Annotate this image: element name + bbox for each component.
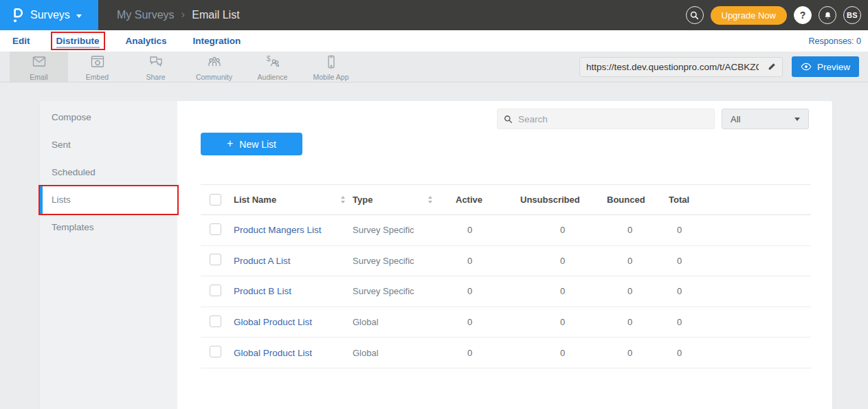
avatar[interactable]: BS <box>843 6 861 24</box>
column-header-total: Total <box>669 195 811 205</box>
unsubscribed-count: 0 <box>520 256 607 266</box>
list-type: Survey Specific <box>353 286 456 296</box>
questionpro-logo-icon <box>11 7 24 24</box>
tab-share[interactable]: Share <box>126 52 185 82</box>
row-checkbox[interactable] <box>210 346 221 357</box>
search-icon <box>504 115 513 124</box>
breadcrumb: My Surveys › Email List <box>117 9 240 21</box>
sort-icon[interactable] <box>428 196 432 203</box>
help-icon[interactable]: ? <box>794 6 812 24</box>
bounced-count: 0 <box>607 256 669 266</box>
column-header-bounced: Bounced <box>607 195 669 205</box>
plus-icon: + <box>227 137 233 150</box>
table-row: Product Mangers List Survey Specific 0 0… <box>201 215 811 246</box>
list-name-link[interactable]: Global Product List <box>234 348 312 358</box>
sidebar-item-scheduled[interactable]: Scheduled <box>40 159 177 186</box>
tab-mobile-app[interactable]: Mobile App <box>302 52 360 82</box>
share-icon <box>147 54 165 71</box>
total-count: 0 <box>669 317 811 327</box>
list-name-link[interactable]: Product A List <box>234 256 291 266</box>
column-header-type: Type <box>353 195 456 205</box>
topbar: Surveys My Surveys › Email List Upgrade … <box>0 0 868 30</box>
unsubscribed-count: 0 <box>520 317 607 327</box>
total-count: 0 <box>669 256 811 266</box>
table-row: Product A List Survey Specific 0 0 0 0 <box>201 246 811 277</box>
survey-url-input[interactable] <box>580 62 761 72</box>
sidebar-item-sent[interactable]: Sent <box>40 131 177 159</box>
page-title: Email List <box>192 9 239 21</box>
product-menu[interactable]: Surveys <box>0 0 98 30</box>
toolbar-right: Preview <box>579 52 868 82</box>
column-header-list-name: List Name <box>234 195 353 205</box>
list-controls: All <box>201 109 809 129</box>
unsubscribed-count: 0 <box>520 225 607 235</box>
bounced-count: 0 <box>607 225 669 235</box>
total-count: 0 <box>669 348 811 358</box>
mobile-icon <box>322 54 340 71</box>
filter-value: All <box>731 114 740 124</box>
survey-url-box <box>579 57 783 77</box>
table-row: Product B List Survey Specific 0 0 0 0 <box>201 276 811 307</box>
table-row: Global Product List Global 0 0 0 0 <box>201 307 811 338</box>
email-lists-panel: Compose Sent Scheduled Lists Templates A… <box>40 101 832 409</box>
tab-distribute[interactable]: Distribute <box>56 36 100 48</box>
community-icon <box>205 54 223 71</box>
lists-main: All + New List List Name Type Active Uns <box>177 101 832 409</box>
active-count: 0 <box>456 317 520 327</box>
column-header-unsubscribed: Unsubscribed <box>520 195 607 205</box>
row-checkbox[interactable] <box>210 254 221 265</box>
new-list-button[interactable]: + New List <box>201 133 302 155</box>
list-name-link[interactable]: Product B List <box>234 286 291 296</box>
tab-analytics[interactable]: Analytics <box>126 36 167 46</box>
column-header-active: Active <box>456 195 520 205</box>
bounced-count: 0 <box>607 286 669 296</box>
list-name-link[interactable]: Product Mangers List <box>234 225 322 235</box>
row-checkbox[interactable] <box>210 316 221 327</box>
envelope-icon <box>30 54 48 71</box>
active-count: 0 <box>456 256 520 266</box>
tab-embed[interactable]: Embed <box>68 52 126 82</box>
breadcrumb-my-surveys[interactable]: My Surveys <box>117 9 175 21</box>
list-search-input[interactable] <box>518 114 708 124</box>
svg-text:$: $ <box>267 55 271 63</box>
tab-edit[interactable]: Edit <box>12 36 30 46</box>
product-menu-label: Surveys <box>30 9 70 21</box>
tab-community[interactable]: Community <box>185 52 243 82</box>
total-count: 0 <box>669 286 811 296</box>
chevron-down-icon <box>76 14 82 18</box>
table-body: Product Mangers List Survey Specific 0 0… <box>201 215 811 368</box>
list-filter-dropdown[interactable]: All <box>722 109 809 129</box>
sidebar-item-lists[interactable]: Lists <box>40 186 177 214</box>
upgrade-now-button[interactable]: Upgrade Now <box>711 6 788 25</box>
chevron-down-icon <box>794 118 800 121</box>
unsubscribed-count: 0 <box>520 348 607 358</box>
breadcrumb-separator: › <box>181 8 186 21</box>
list-name-link[interactable]: Global Product List <box>234 317 312 327</box>
tab-distribute-highlight: Distribute <box>51 32 105 50</box>
row-checkbox[interactable] <box>210 285 221 296</box>
unsubscribed-count: 0 <box>520 286 607 296</box>
tab-email[interactable]: Email <box>10 52 68 82</box>
notifications-bell-icon[interactable] <box>819 6 836 24</box>
active-count: 0 <box>456 225 520 235</box>
list-type: Global <box>353 348 456 358</box>
total-count: 0 <box>669 225 811 235</box>
edit-url-pencil-icon[interactable] <box>761 58 782 76</box>
select-all-checkbox[interactable] <box>210 194 221 206</box>
list-type: Survey Specific <box>353 225 456 235</box>
list-type: Global <box>353 317 456 327</box>
distribute-toolbar: Email Embed Share Community $ Audience <box>0 52 868 82</box>
row-checkbox[interactable] <box>210 223 221 235</box>
search-icon[interactable] <box>686 6 704 24</box>
responses-count[interactable]: Responses: 0 <box>809 36 861 46</box>
sidebar-item-compose[interactable]: Compose <box>40 104 177 131</box>
list-type: Survey Specific <box>353 256 456 266</box>
bounced-count: 0 <box>607 348 669 358</box>
table-header-row: List Name Type Active Unsubscribed Bounc… <box>201 185 811 215</box>
sidebar-item-templates[interactable]: Templates <box>40 214 177 241</box>
tab-integration[interactable]: Integration <box>193 36 241 46</box>
sort-icon[interactable] <box>341 196 345 203</box>
tab-audience[interactable]: $ Audience <box>243 52 302 82</box>
preview-button[interactable]: Preview <box>792 56 859 77</box>
topbar-actions: Upgrade Now ? BS <box>686 6 868 25</box>
